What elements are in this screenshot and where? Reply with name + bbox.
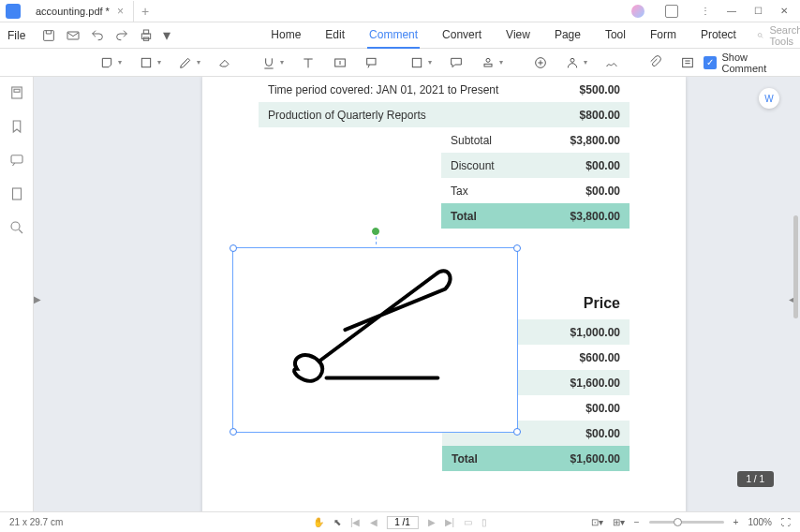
- zoom-out-button[interactable]: −: [634, 517, 640, 527]
- zoom-in-button[interactable]: +: [733, 517, 739, 527]
- word-export-badge[interactable]: W: [759, 88, 779, 109]
- signature-selection[interactable]: [232, 247, 518, 433]
- svg-point-11: [486, 58, 490, 62]
- page-dimensions: 21 x 29.7 cm: [9, 517, 63, 527]
- shape-tool[interactable]: ▾: [404, 52, 437, 74]
- more-icon[interactable]: ⋮: [699, 5, 712, 18]
- zoom-thumb[interactable]: [674, 518, 682, 526]
- file-menu[interactable]: File: [7, 29, 25, 42]
- note-tool[interactable]: ▾: [94, 52, 127, 74]
- fit-page-icon[interactable]: ⊞▾: [613, 517, 625, 527]
- person-tool[interactable]: ▾: [559, 52, 593, 74]
- resize-handle-bl[interactable]: [230, 428, 237, 436]
- svg-rect-2: [142, 34, 151, 38]
- mail-icon[interactable]: [66, 27, 81, 44]
- menu-protect[interactable]: Protect: [699, 22, 738, 49]
- svg-point-5: [758, 33, 762, 37]
- select-tool-icon[interactable]: ⬉: [333, 517, 341, 527]
- document-tab[interactable]: accounting.pdf * ×: [26, 1, 134, 22]
- svg-rect-19: [12, 188, 21, 200]
- last-page-icon[interactable]: ▶|: [445, 517, 455, 527]
- svg-point-20: [11, 222, 20, 230]
- text-tool[interactable]: [295, 52, 321, 74]
- next-page-icon[interactable]: ▶: [428, 517, 436, 527]
- search-panel-icon[interactable]: [8, 219, 25, 236]
- search-placeholder: Search Tools: [769, 24, 800, 47]
- show-comment-toggle[interactable]: ✓ Show Comment: [704, 52, 793, 74]
- menubar: File ▾ Home Edit Comment Convert View Pa…: [0, 22, 800, 49]
- resize-handle-tl[interactable]: [230, 244, 237, 252]
- close-window-button[interactable]: ✕: [778, 5, 791, 18]
- svg-rect-0: [44, 30, 54, 40]
- menu-comment[interactable]: Comment: [367, 22, 420, 49]
- profile-icon[interactable]: [631, 5, 644, 18]
- statusbar: 21 x 29.7 cm ✋ ⬉ |◀ ◀ ▶ ▶| ▭ ▯ ⊡▾ ⊞▾ − +…: [0, 511, 800, 532]
- svg-rect-3: [144, 30, 149, 34]
- redo-icon[interactable]: [114, 27, 129, 44]
- hand-tool-icon[interactable]: ✋: [313, 517, 324, 527]
- maximize-button[interactable]: ☐: [751, 5, 764, 18]
- highlight-tool[interactable]: ▾: [133, 52, 167, 74]
- comment-bubble-tool[interactable]: [443, 52, 469, 74]
- table-row-total: Total$3,800.00: [441, 203, 630, 229]
- scrollbar-thumb[interactable]: [793, 215, 798, 318]
- window-controls: ⋮ — ☐ ✕: [631, 5, 800, 18]
- menu-tool[interactable]: Tool: [603, 22, 628, 49]
- callout-tool[interactable]: [359, 52, 385, 74]
- continuous-page-icon[interactable]: ▯: [481, 517, 487, 527]
- prev-page-icon[interactable]: ◀: [370, 517, 378, 527]
- bookmark-icon[interactable]: [8, 118, 25, 135]
- signature-drawing: [233, 248, 517, 432]
- rotate-handle[interactable]: [372, 228, 379, 235]
- signature-tool[interactable]: [599, 52, 625, 74]
- stamp2-tool[interactable]: [527, 52, 554, 74]
- menu-page[interactable]: Page: [553, 22, 583, 49]
- cell-label: Time period covered: JAN 01, 2021 to Pre…: [268, 83, 580, 96]
- left-rail: [0, 77, 34, 511]
- first-page-icon[interactable]: |◀: [350, 517, 361, 527]
- layout-icon[interactable]: [665, 5, 678, 18]
- svg-rect-12: [484, 64, 492, 66]
- scrollbar[interactable]: [791, 77, 800, 511]
- save-icon[interactable]: [41, 27, 56, 44]
- zoom-controls: ⊡▾ ⊞▾ − + 100% ⛶: [591, 517, 791, 527]
- app-icon: [6, 4, 21, 19]
- attachment-panel-icon[interactable]: [8, 185, 25, 202]
- svg-rect-10: [412, 58, 421, 66]
- menu-edit[interactable]: Edit: [323, 22, 347, 49]
- dropdown-icon[interactable]: ▾: [163, 27, 170, 44]
- fullscreen-icon[interactable]: ⛶: [781, 517, 791, 527]
- cell-value: $800.00: [580, 109, 620, 122]
- resize-handle-tr[interactable]: [513, 244, 521, 252]
- attachment-icon[interactable]: [643, 52, 669, 74]
- workspace: ▶ ◀ Time period covered: JAN 01, 2021 to…: [0, 77, 800, 511]
- zoom-level: 100%: [748, 517, 772, 527]
- menu-form[interactable]: Form: [648, 22, 678, 49]
- stamp-tool[interactable]: ▾: [475, 52, 509, 74]
- main-menus: Home Edit Comment Convert View Page Tool…: [269, 22, 738, 49]
- textbox-tool[interactable]: [327, 52, 353, 74]
- menu-home[interactable]: Home: [269, 22, 303, 49]
- fit-width-icon[interactable]: ⊡▾: [591, 517, 603, 527]
- page-nav: ✋ ⬉ |◀ ◀ ▶ ▶| ▭ ▯: [313, 516, 487, 529]
- menu-convert[interactable]: Convert: [440, 22, 483, 49]
- list-tool[interactable]: [674, 52, 701, 74]
- eraser-tool[interactable]: [212, 52, 238, 74]
- search-tools[interactable]: Search Tools: [757, 24, 800, 47]
- menu-view[interactable]: View: [504, 22, 532, 49]
- print-icon[interactable]: [139, 27, 154, 44]
- minimize-button[interactable]: —: [725, 5, 738, 18]
- underline-tool[interactable]: ▾: [256, 52, 289, 74]
- zoom-slider[interactable]: [649, 521, 724, 524]
- pencil-tool[interactable]: ▾: [172, 52, 206, 74]
- page-input[interactable]: [387, 516, 419, 529]
- single-page-icon[interactable]: ▭: [464, 517, 472, 527]
- new-tab-button[interactable]: +: [141, 4, 149, 19]
- canvas[interactable]: Time period covered: JAN 01, 2021 to Pre…: [34, 77, 800, 511]
- undo-icon[interactable]: [90, 27, 105, 44]
- table-row: Tax$00.00: [441, 178, 630, 203]
- thumbnails-icon[interactable]: [8, 84, 25, 101]
- comment-panel-icon[interactable]: [8, 152, 25, 169]
- close-tab-icon[interactable]: ×: [117, 5, 124, 18]
- resize-handle-br[interactable]: [513, 428, 521, 436]
